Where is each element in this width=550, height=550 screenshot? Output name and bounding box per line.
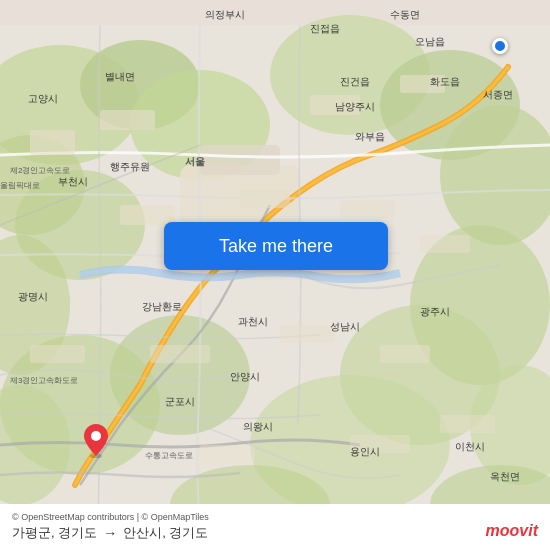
svg-rect-27 [340,200,395,218]
place-label-namyangju: 남양주시 [335,100,375,114]
place-label-uijeongbu: 의정부시 [205,8,245,22]
place-label-anyansi: 안양시 [230,370,260,384]
route-arrow-icon: → [103,525,117,541]
place-label-expressway1: 제2경인고속도로 [10,165,70,176]
place-label-seojongmyeon: 서종면 [483,88,513,102]
svg-point-37 [91,431,101,441]
place-label-goyangsi: 고양시 [28,92,58,106]
svg-rect-20 [200,145,280,175]
svg-rect-32 [30,345,85,363]
place-label-expressway2: 제3경인고속화도로 [10,375,78,386]
place-label-gwangjusi: 광주시 [420,305,450,319]
place-label-jingeon: 진건읍 [340,75,370,89]
place-label-gunposi: 군포시 [165,395,195,409]
place-label-gwangmyeong: 광명시 [18,290,48,304]
place-label-okcheon: 옥천면 [490,470,520,484]
moovit-text: moovit [486,522,538,540]
place-label-roadname1: 올림픽대로 [0,180,40,191]
place-label-seoul: 서울 [185,155,205,169]
svg-rect-33 [200,445,255,463]
moovit-branding: moovit [486,522,538,540]
place-label-gwacheonsi: 과천시 [238,315,268,329]
svg-rect-31 [380,345,430,363]
svg-rect-22 [100,110,155,130]
route-info: 가평군, 경기도 → 안산시, 경기도 [12,524,538,542]
svg-rect-30 [280,325,335,343]
svg-rect-25 [120,205,175,225]
place-label-bucheonsi: 부천시 [58,175,88,189]
place-label-sudongmyeon: 수동면 [390,8,420,22]
take-me-there-button[interactable]: Take me there [164,222,388,270]
svg-rect-21 [30,130,75,155]
place-label-haengju: 행주유원 [110,160,150,174]
place-label-jinjeopeum: 진접읍 [310,22,340,36]
map-attribution: © OpenStreetMap contributors | © OpenMap… [12,512,538,522]
place-label-wabu: 와부읍 [355,130,385,144]
place-label-uiwangsi: 의왕시 [243,420,273,434]
svg-rect-28 [420,235,470,253]
route-from-label: 가평군, 경기도 [12,524,97,542]
place-label-onameum: 오남읍 [415,35,445,49]
place-label-gangnamhwanryo: 강남환로 [142,300,182,314]
destination-marker [82,422,110,462]
origin-marker [492,38,508,54]
place-label-hwado: 화도읍 [430,75,460,89]
bottom-bar: © OpenStreetMap contributors | © OpenMap… [0,504,550,550]
place-label-yonginsi: 용인시 [350,445,380,459]
route-to-label: 안산시, 경기도 [123,524,208,542]
place-label-expressway3: 수통고속도로 [145,450,193,461]
svg-rect-29 [150,345,210,363]
svg-rect-26 [240,190,290,208]
place-label-byeolnae: 별내면 [105,70,135,84]
place-label-icheonsi: 이천시 [455,440,485,454]
map-container: 고양시 별내면 진접읍 수동면 오남읍 의정부시 진건읍 화도읍 서종면 남양주… [0,0,550,550]
map-background [0,0,550,550]
svg-rect-35 [440,415,495,433]
place-label-seongnamsi: 성남시 [330,320,360,334]
